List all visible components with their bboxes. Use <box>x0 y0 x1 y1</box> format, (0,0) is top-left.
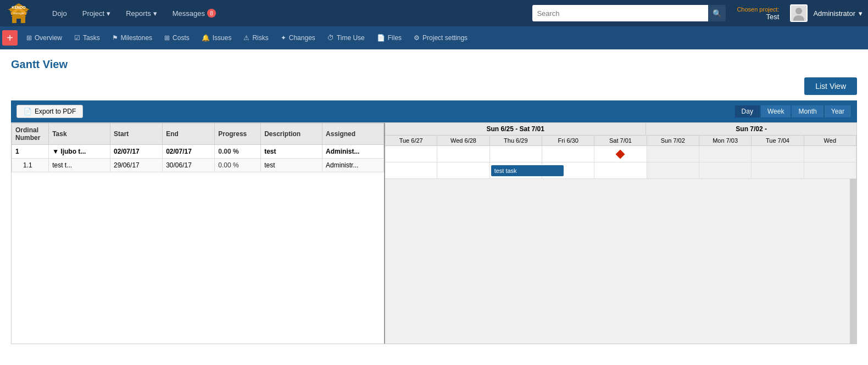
gantt-day-6: Mon 7/03 <box>699 136 752 145</box>
gantt-cell-1-5 <box>647 146 699 162</box>
task-ordinal: 1.1 <box>12 159 49 172</box>
reports-dropdown-icon: ▾ <box>153 9 157 18</box>
gantt-cell-2-2: test task <box>490 162 542 178</box>
gantt-cell-2-6 <box>699 162 752 178</box>
sidebar-item-milestones[interactable]: ⚑ Milestones <box>107 31 158 44</box>
tasks-icon: ☑ <box>74 34 80 42</box>
gantt-cell-1-3 <box>542 146 594 162</box>
svg-rect-7 <box>16 19 21 23</box>
nav-item-messages[interactable]: Messages 8 <box>166 5 222 21</box>
issues-label: Issues <box>213 34 232 42</box>
gantt-row-1 <box>385 146 856 162</box>
sidebar-item-project-settings[interactable]: ⚙ Project settings <box>408 31 473 44</box>
time-icon: ⏱ <box>327 34 334 42</box>
top-nav-links: Dojo Project ▾ Reports ▾ Messages 8 <box>46 5 527 21</box>
gantt-cell-2-0 <box>385 162 437 178</box>
task-start: 02/07/17 <box>110 145 163 159</box>
gantt-chart: Sun 6/25 - Sat 7/01 Sun 7/02 - Tue 6/27 … <box>385 123 856 344</box>
gantt-cell-1-2 <box>490 146 542 162</box>
gantt-day-2: Thu 6/29 <box>490 136 542 145</box>
gantt-cell-1-6 <box>699 146 752 162</box>
task-end: 02/07/17 <box>163 145 215 159</box>
task-ordinal: 1 <box>12 145 49 159</box>
nav-item-dojo[interactable]: Dojo <box>46 6 74 21</box>
nav-messages-label: Messages <box>173 9 205 18</box>
day-button[interactable]: Day <box>735 105 760 118</box>
user-dropdown-icon: ▾ <box>859 9 863 18</box>
costs-icon: ⊞ <box>164 34 170 42</box>
toolbar-row: List View <box>11 77 857 95</box>
list-view-button[interactable]: List View <box>804 77 857 95</box>
second-nav-items: ⊞ Overview ☑ Tasks ⚑ Milestones ⊞ Costs … <box>21 31 473 44</box>
svg-point-11 <box>795 8 802 14</box>
gantt-day-1: Wed 6/28 <box>437 136 489 145</box>
gantt-day-3: Fri 6/30 <box>542 136 594 145</box>
sidebar-item-changes[interactable]: ✦ Changes <box>275 31 321 44</box>
chosen-project-label: Chosen project: <box>737 6 779 13</box>
sidebar-item-issues[interactable]: 🔔 Issues <box>196 31 237 44</box>
gantt-body: OrdinalNumber Task Start End Progress De… <box>12 123 856 344</box>
gantt-cell-2-4 <box>594 162 647 178</box>
search-button[interactable]: 🔍 <box>708 5 726 21</box>
gantt-cell-1-8 <box>804 146 856 162</box>
task-description: test <box>261 159 322 172</box>
gantt-cell-1-1 <box>437 146 489 162</box>
sidebar-item-time-use[interactable]: ⏱ Time Use <box>322 31 370 44</box>
issues-icon: 🔔 <box>202 34 210 42</box>
settings-icon: ⚙ <box>414 34 420 42</box>
sidebar-item-tasks[interactable]: ☑ Tasks <box>69 31 105 44</box>
milestones-label: Milestones <box>121 34 152 42</box>
table-row[interactable]: 1.1 test t... 29/06/17 30/06/17 0.00 % t… <box>12 159 384 172</box>
add-button[interactable]: + <box>2 30 18 46</box>
year-button[interactable]: Year <box>824 105 852 118</box>
sidebar-item-risks[interactable]: ⚠ Risks <box>238 31 274 44</box>
gantt-day-5: Sun 7/02 <box>647 136 699 145</box>
nav-item-project[interactable]: Project ▾ <box>76 6 117 21</box>
export-icon: 📄 <box>24 108 32 115</box>
task-start: 29/06/17 <box>110 159 163 172</box>
messages-badge: 8 <box>207 9 216 18</box>
gantt-cell-2-8 <box>804 162 856 178</box>
sidebar-item-costs[interactable]: ⊞ Costs <box>159 31 195 44</box>
sidebar-item-files[interactable]: 📄 Files <box>371 31 407 44</box>
nav-item-reports[interactable]: Reports ▾ <box>119 6 164 21</box>
col-header-task: Task <box>49 123 110 145</box>
gantt-cell-1-4 <box>594 146 647 162</box>
table-row[interactable]: 1 ▼ ljubo t... 02/07/17 02/07/17 0.00 % … <box>12 145 384 159</box>
gantt-date-header-top: Sun 6/25 - Sat 7/01 Sun 7/02 - <box>385 123 856 136</box>
sidebar-item-overview[interactable]: ⊞ Overview <box>21 31 68 44</box>
task-end: 30/06/17 <box>163 159 215 172</box>
page-title: Gantt View <box>11 58 857 71</box>
files-icon: 📄 <box>377 34 385 42</box>
gantt-cell-1-0 <box>385 146 437 162</box>
top-navigation: KENDO manager Dojo Project ▾ Reports ▾ M… <box>0 0 868 26</box>
gantt-empty-body <box>385 179 856 344</box>
overview-label: Overview <box>35 34 62 42</box>
grid-icon: ⊞ <box>26 34 32 42</box>
costs-label: Costs <box>173 34 190 42</box>
task-table: OrdinalNumber Task Start End Progress De… <box>12 123 385 344</box>
gantt-cell-2-1 <box>437 162 489 178</box>
task-description: test <box>261 145 322 159</box>
changes-icon: ✦ <box>281 34 286 42</box>
month-button[interactable]: Month <box>791 105 824 118</box>
gantt-day-8: Wed <box>804 136 856 145</box>
gantt-header-bar: 📄 Export to PDF Day Week Month Year <box>11 100 857 122</box>
logo-area[interactable]: KENDO manager <box>5 2 35 24</box>
export-label: Export to PDF <box>35 108 76 115</box>
gantt-scrollbar[interactable] <box>850 179 856 344</box>
main-content: Gantt View List View 📄 Export to PDF Day… <box>0 49 868 365</box>
svg-text:manager: manager <box>13 12 24 15</box>
gantt-cell-1-7 <box>752 146 804 162</box>
export-pdf-button[interactable]: 📄 Export to PDF <box>16 105 83 118</box>
search-input[interactable] <box>532 5 708 21</box>
col-header-progress: Progress <box>215 123 261 145</box>
week-button[interactable]: Week <box>760 105 791 118</box>
user-area: Administrator ▾ <box>813 9 863 18</box>
gantt-days-row: Tue 6/27 Wed 6/28 Thu 6/29 Fri 6/30 Sat … <box>385 136 856 146</box>
gantt-header-right: Sun 7/02 - <box>646 123 856 135</box>
task-assigned: Administ... <box>322 145 384 159</box>
nav-dojo-label: Dojo <box>52 9 67 18</box>
changes-label: Changes <box>289 34 315 42</box>
task-assigned: Administr... <box>322 159 384 172</box>
